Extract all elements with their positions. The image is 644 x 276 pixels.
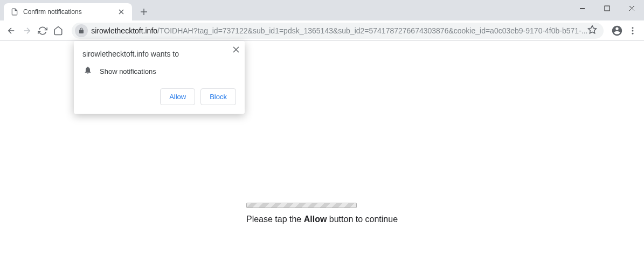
home-button[interactable]: [52, 23, 65, 38]
permission-origin-text: sirowlethecktoft.info wants to: [82, 50, 236, 58]
new-tab-button[interactable]: [136, 4, 151, 19]
reload-button[interactable]: [36, 23, 50, 38]
back-button[interactable]: [4, 23, 18, 38]
url-text: sirowlethecktoft.info/TOIDHAH?tag_id=737…: [91, 26, 587, 35]
address-bar[interactable]: sirowlethecktoft.info/TOIDHAH?tag_id=737…: [72, 23, 604, 39]
progress-bar: [246, 203, 357, 208]
profile-button[interactable]: [610, 23, 624, 38]
browser-tab[interactable]: Confirm notifications: [4, 3, 132, 20]
svg-point-4: [632, 32, 634, 34]
svg-point-3: [632, 30, 634, 31]
url-path: /TOIDHAH?tag_id=737122&sub_id1=pdsk_1365…: [157, 26, 587, 35]
bell-icon: [84, 66, 92, 77]
page-icon: [10, 8, 19, 16]
allow-button[interactable]: Allow: [160, 88, 195, 105]
hint-text: Please tap the Allow button to continue: [246, 215, 398, 224]
lock-icon[interactable]: [75, 24, 88, 37]
window-controls: [570, 0, 644, 16]
permission-request-row: Show notifications: [82, 66, 236, 77]
browser-toolbar: sirowlethecktoft.info/TOIDHAH?tag_id=737…: [0, 20, 644, 41]
hint-pre: Please tap the: [246, 215, 304, 224]
url-domain: sirowlethecktoft.info: [91, 26, 157, 35]
tab-title: Confirm notifications: [23, 8, 117, 16]
permission-request-text: Show notifications: [100, 67, 156, 75]
minimize-button[interactable]: [570, 0, 594, 16]
close-icon[interactable]: [233, 45, 239, 55]
svg-point-2: [632, 27, 634, 29]
close-icon[interactable]: [117, 8, 126, 16]
forward-button[interactable]: [20, 23, 33, 38]
svg-marker-1: [588, 25, 597, 33]
browser-titlebar: Confirm notifications: [0, 0, 644, 20]
permission-prompt: sirowlethecktoft.info wants to Show noti…: [74, 41, 245, 114]
svg-rect-0: [605, 6, 610, 11]
hint-bold: Allow: [304, 215, 327, 224]
kebab-menu-icon[interactable]: [626, 23, 640, 38]
maximize-button[interactable]: [594, 0, 619, 16]
block-button[interactable]: Block: [200, 88, 236, 105]
bookmark-star-icon[interactable]: [587, 25, 597, 37]
close-window-button[interactable]: [619, 0, 644, 16]
hint-post: button to continue: [327, 215, 398, 224]
